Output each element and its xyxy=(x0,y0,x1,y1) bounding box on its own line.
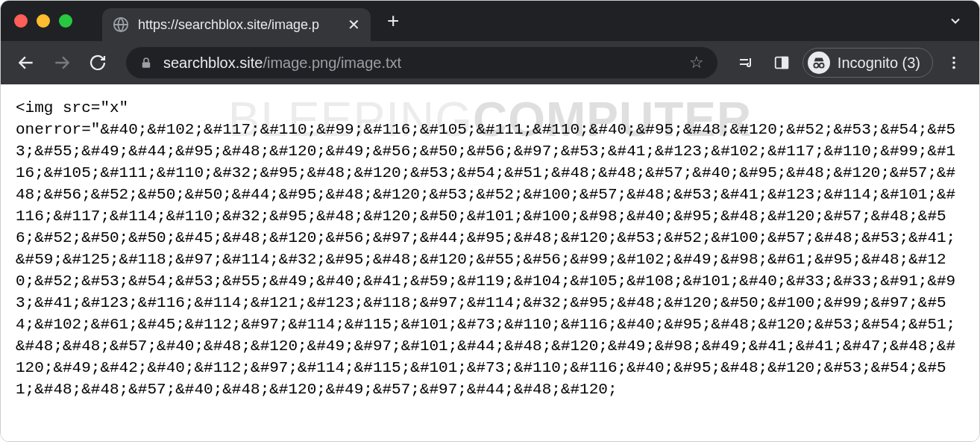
tab-title: https://searchblox.site/image.p xyxy=(138,17,339,33)
url-text: searchblox.site/image.png/image.txt xyxy=(163,55,679,72)
menu-button[interactable] xyxy=(939,48,969,78)
svg-point-11 xyxy=(952,57,955,60)
tab-search-button[interactable] xyxy=(948,13,963,28)
side-panel-button[interactable] xyxy=(767,48,797,78)
reload-button[interactable] xyxy=(83,48,113,78)
browser-window: https://searchblox.site/image.p ✕ + xyxy=(0,0,980,442)
incognito-label: Incognito (3) xyxy=(838,55,920,72)
address-bar[interactable]: searchblox.site/image.png/image.txt ☆ xyxy=(126,47,717,78)
browser-tab[interactable]: https://searchblox.site/image.p ✕ xyxy=(102,8,371,41)
close-window-button[interactable] xyxy=(14,14,28,28)
page-content: BLEEPINGCOMPUTER <img src="x" onerror="&… xyxy=(1,84,979,441)
svg-point-9 xyxy=(820,63,824,68)
lock-icon xyxy=(139,56,153,69)
tab-strip: https://searchblox.site/image.p ✕ + xyxy=(1,1,979,41)
globe-icon xyxy=(113,16,129,33)
close-tab-button[interactable]: ✕ xyxy=(348,16,360,34)
window-controls xyxy=(14,14,72,28)
media-control-button[interactable] xyxy=(731,48,761,78)
new-tab-button[interactable]: + xyxy=(387,10,399,31)
incognito-icon xyxy=(808,52,830,74)
raw-text-body: <img src="x" onerror="&#40;&#102;&#117;&… xyxy=(16,98,964,401)
forward-button[interactable] xyxy=(47,48,77,78)
svg-rect-3 xyxy=(142,62,151,68)
minimize-window-button[interactable] xyxy=(37,14,50,28)
maximize-window-button[interactable] xyxy=(59,14,72,28)
incognito-indicator[interactable]: Incognito (3) xyxy=(802,48,933,78)
toolbar: searchblox.site/image.png/image.txt ☆ xyxy=(1,41,979,84)
back-button[interactable] xyxy=(11,48,41,78)
url-host: searchblox.site xyxy=(163,55,263,71)
url-path: /image.png/image.txt xyxy=(263,55,401,71)
bookmark-star-icon[interactable]: ☆ xyxy=(689,53,704,72)
svg-point-8 xyxy=(814,63,818,68)
svg-rect-7 xyxy=(782,57,788,69)
svg-point-12 xyxy=(952,61,955,64)
svg-point-13 xyxy=(952,66,955,69)
